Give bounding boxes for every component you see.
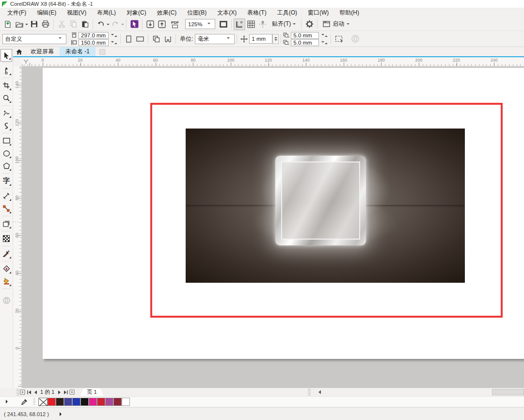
rectangle-tool[interactable]: [0, 134, 12, 147]
polygon-tool[interactable]: [0, 160, 12, 172]
drawing-canvas[interactable]: [22, 66, 524, 388]
new-tab-button[interactable]: [99, 49, 105, 55]
new-document-button[interactable]: [2, 18, 14, 30]
last-page-button[interactable]: [63, 389, 69, 395]
color-swatch[interactable]: [113, 398, 122, 406]
zoom-level-combo[interactable]: 125%: [185, 19, 215, 29]
zoom-tool[interactable]: [0, 92, 12, 104]
color-swatch[interactable]: [72, 398, 80, 406]
menu-object[interactable]: 对象(C): [121, 8, 152, 17]
color-swatch[interactable]: [89, 398, 97, 406]
menu-text[interactable]: 文本(X): [212, 8, 242, 17]
page-width-spinner[interactable]: [110, 34, 118, 37]
duplicate-y-spinner[interactable]: [320, 41, 329, 44]
save-button[interactable]: [28, 18, 40, 30]
tab-welcome-screen[interactable]: 欢迎屏幕: [25, 47, 60, 56]
landscape-button[interactable]: [134, 33, 146, 45]
color-swatch[interactable]: [48, 398, 56, 406]
horizontal-ruler[interactable]: 0 20 40 60 80 100 120 140 160 180 200 22…: [22, 57, 524, 66]
status-expand-arrow[interactable]: [60, 412, 64, 416]
hscroll-left-arrow[interactable]: [317, 389, 323, 395]
tab-untitled-document[interactable]: 未命名 -1: [60, 47, 95, 56]
color-swatch[interactable]: [105, 398, 113, 406]
shape-tool[interactable]: [0, 64, 12, 77]
transparency-tool[interactable]: [0, 232, 12, 245]
palette-eyedropper-icon[interactable]: [21, 398, 28, 405]
export-button[interactable]: [156, 18, 168, 30]
color-swatch[interactable]: [64, 398, 72, 406]
first-page-button[interactable]: [26, 389, 32, 395]
menu-layout[interactable]: 布局(L): [92, 8, 121, 17]
treat-as-filled-button[interactable]: [333, 33, 345, 45]
current-page-button[interactable]: [162, 33, 174, 45]
all-pages-button[interactable]: [150, 33, 162, 45]
page-1-tab[interactable]: 页 1: [80, 388, 103, 396]
connector-tool[interactable]: [0, 202, 12, 215]
menu-help[interactable]: 帮助(H): [334, 8, 365, 17]
drop-shadow-tool[interactable]: [0, 217, 12, 230]
add-page-after-button[interactable]: [69, 389, 75, 395]
paste-button[interactable]: [79, 18, 91, 30]
show-rulers-button[interactable]: [234, 18, 245, 30]
menu-view[interactable]: 视图(V): [62, 8, 92, 17]
show-grid-button[interactable]: [245, 18, 257, 30]
color-swatch[interactable]: [97, 398, 105, 406]
units-combo[interactable]: 毫米: [195, 34, 235, 44]
nudge-spinner[interactable]: [272, 34, 279, 44]
menu-edit[interactable]: 编辑(E): [32, 8, 62, 17]
menu-window[interactable]: 窗口(W): [302, 8, 334, 17]
ellipse-tool[interactable]: [0, 147, 12, 160]
import-button[interactable]: [144, 18, 156, 30]
menu-table[interactable]: 表格(T): [242, 8, 271, 17]
smart-fill-tool[interactable]: [0, 262, 12, 275]
freehand-tool[interactable]: [0, 107, 12, 119]
text-tool[interactable]: 字: [0, 175, 12, 187]
undo-button[interactable]: [95, 18, 107, 30]
show-guidelines-button[interactable]: [257, 18, 269, 30]
horizontal-scrollbar-track[interactable]: [323, 389, 524, 395]
page-height-spinner[interactable]: [110, 41, 118, 44]
menu-effects[interactable]: 效果(C): [152, 8, 182, 17]
next-page-button[interactable]: [56, 389, 63, 395]
publish-pdf-button[interactable]: PDF: [168, 18, 182, 30]
color-swatch[interactable]: [56, 398, 64, 406]
menu-file[interactable]: 文件(F): [2, 8, 32, 17]
previous-page-button[interactable]: [32, 389, 38, 395]
color-swatch[interactable]: [122, 398, 130, 406]
ruler-origin-icon[interactable]: [23, 59, 29, 65]
pick-tool[interactable]: [0, 49, 12, 62]
page-width-input[interactable]: [79, 32, 109, 39]
color-eyedropper-tool[interactable]: [0, 247, 12, 260]
menu-bitmaps[interactable]: 位图(B): [182, 8, 212, 17]
nudge-distance-input[interactable]: [249, 34, 272, 44]
palette-grip[interactable]: [33, 398, 35, 405]
parallel-dimension-tool[interactable]: [0, 190, 12, 202]
open-button[interactable]: [14, 18, 25, 30]
search-content-button[interactable]: [128, 18, 140, 30]
options-button[interactable]: [303, 18, 315, 30]
portrait-button[interactable]: [123, 33, 134, 45]
home-tab-button[interactable]: [13, 47, 25, 56]
no-color-swatch[interactable]: [38, 398, 48, 406]
scrollbar-splitter-grip[interactable]: [308, 389, 311, 395]
vertical-ruler[interactable]: 140 120 100 80 60 40 20 0: [13, 66, 22, 388]
full-screen-preview-button[interactable]: [218, 18, 229, 30]
dark-backdrop-image[interactable]: [186, 129, 465, 283]
menu-tools[interactable]: 工具(O): [272, 8, 302, 17]
page-height-input[interactable]: [79, 39, 109, 46]
duplicate-x-input[interactable]: [291, 32, 319, 39]
artistic-media-tool[interactable]: [0, 119, 12, 132]
print-button[interactable]: [40, 18, 51, 30]
metal-frame-object[interactable]: [275, 156, 366, 245]
page-size-preset-combo[interactable]: 自定义: [2, 34, 66, 44]
toolbox-overflow-dots[interactable]: ···: [13, 219, 19, 225]
launch-dropdown[interactable]: 启动: [319, 18, 353, 30]
duplicate-x-spinner[interactable]: [320, 34, 329, 37]
duplicate-y-input[interactable]: [291, 39, 319, 46]
snap-to-dropdown[interactable]: 贴齐(T): [269, 18, 299, 30]
palette-scroll-arrow[interactable]: [6, 400, 10, 404]
interactive-fill-tool[interactable]: [0, 275, 12, 288]
crop-tool[interactable]: [0, 79, 12, 92]
horizontal-scrollbar-thumb[interactable]: [492, 389, 524, 395]
add-page-before-button[interactable]: [19, 389, 26, 395]
